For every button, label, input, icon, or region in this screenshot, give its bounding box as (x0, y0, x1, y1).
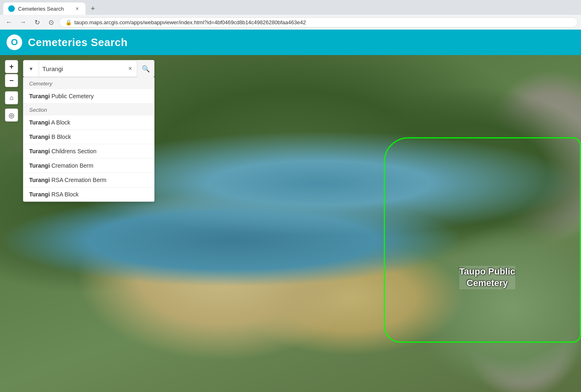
logo-letter: O (11, 37, 18, 48)
dropdown-item-turangi-b-block[interactable]: Turangi B Block (23, 130, 154, 144)
search-toggle-button[interactable]: ▾ (23, 60, 39, 77)
search-input[interactable] (39, 65, 124, 72)
tab-bar: Cemeteries Search × + (0, 0, 581, 15)
app-logo: O (7, 35, 22, 50)
dropdown-item-turangi-public-cemetery[interactable]: Turangi Public Cemetery (23, 89, 154, 104)
tab-close-button[interactable]: × (74, 5, 81, 13)
active-tab[interactable]: Cemeteries Search × (3, 2, 85, 15)
dropdown-item-turangi-childrens-section[interactable]: Turangi Childrens Section (23, 144, 154, 159)
tab-title: Cemeteries Search (18, 6, 64, 12)
address-bar-row: ← → ↻ ⊙ 🔒 taupo.maps.arcgis.com/apps/web… (0, 15, 581, 30)
item-bold-1-4: Turangi (29, 177, 50, 183)
item-bold-1-1: Turangi (29, 134, 50, 140)
item-bold-1-5: Turangi (29, 191, 50, 198)
compass-button[interactable]: ◎ (5, 108, 18, 122)
dropdown-item-turangi-a-block[interactable]: Turangi A Block (23, 115, 154, 130)
item-bold-1-0: Turangi (29, 119, 50, 126)
back-button[interactable]: ← (3, 16, 15, 28)
browser-chrome: Cemeteries Search × + ← → ↻ ⊙ 🔒 taupo.ma… (0, 0, 581, 30)
item-rest-1-0: A Block (50, 119, 70, 126)
dropdown-item-turangi-rsa-block[interactable]: Turangi RSA Block (23, 187, 154, 201)
zoom-out-button[interactable]: − (5, 74, 18, 87)
item-rest-1-3: Cremation Berm (50, 162, 93, 169)
app-header: O Cemeteries Search (0, 30, 581, 55)
new-tab-button[interactable]: + (87, 3, 99, 14)
item-bold-1-3: Turangi (29, 162, 50, 169)
item-rest-1-1: B Block (50, 134, 71, 140)
search-go-button[interactable]: 🔍 (137, 60, 154, 77)
item-rest-1-2: Childrens Section (50, 148, 97, 154)
map-container[interactable]: Taupo Public Cemetery + − ⌂ ◎ ▾ × 🔍 Ceme… (0, 55, 581, 392)
tab-favicon (8, 5, 15, 12)
home-button[interactable]: ⊙ (45, 16, 57, 28)
home-map-button[interactable]: ⌂ (5, 91, 18, 104)
item-bold-0-0: Turangi (29, 93, 50, 99)
refresh-button[interactable]: ↻ (31, 16, 43, 28)
item-bold-1-2: Turangi (29, 148, 50, 154)
item-rest-1-5: RSA Block (50, 191, 78, 198)
app-title: Cemeteries Search (28, 36, 128, 49)
map-cemetery-label: Taupo Public Cemetery (459, 266, 515, 289)
map-controls: + − ⌂ ◎ (5, 60, 18, 122)
search-dropdown: Cemetery Turangi Public Cemetery Section… (23, 77, 154, 202)
search-bar: ▾ × 🔍 (23, 60, 154, 77)
dropdown-category-cemetery: Cemetery (23, 77, 154, 89)
search-widget: ▾ × 🔍 Cemetery Turangi Public Cemetery S… (23, 60, 154, 202)
url-text: taupo.maps.arcgis.com/apps/webappviewer/… (74, 19, 306, 25)
item-rest-0-0: Public Cemetery (50, 93, 94, 99)
zoom-in-button[interactable]: + (5, 60, 18, 73)
dropdown-item-turangi-rsa-cremation-berm[interactable]: Turangi RSA Cremation Berm (23, 173, 154, 187)
forward-button[interactable]: → (17, 16, 29, 28)
dropdown-item-turangi-cremation-berm[interactable]: Turangi Cremation Berm (23, 159, 154, 173)
item-rest-1-4: RSA Cremation Berm (50, 177, 106, 183)
toggle-arrow-icon: ▾ (30, 65, 32, 72)
search-go-icon: 🔍 (142, 65, 150, 73)
search-clear-button[interactable]: × (124, 62, 137, 75)
lock-icon: 🔒 (65, 19, 72, 25)
dropdown-category-section: Section (23, 104, 154, 115)
address-field[interactable]: 🔒 taupo.maps.arcgis.com/apps/webappviewe… (59, 17, 578, 28)
